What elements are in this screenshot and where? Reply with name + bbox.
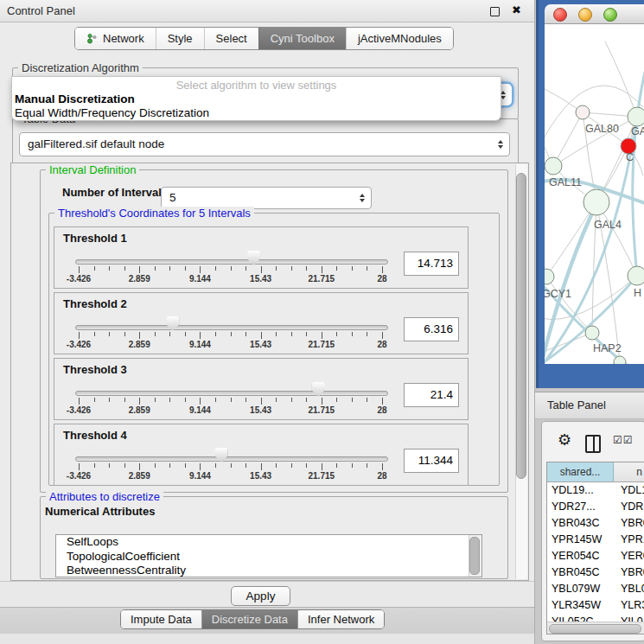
network-node-gal80[interactable] xyxy=(576,105,590,119)
threshold-value-field[interactable]: 21.4 xyxy=(404,383,459,407)
tick-mark xyxy=(215,398,216,402)
network-node-gal11[interactable] xyxy=(545,157,562,175)
combo-stepper-icon[interactable] xyxy=(360,194,365,202)
table-horizontal-scrollbar[interactable] xyxy=(547,622,644,634)
table-data-combobox[interactable]: galFiltered.sif default node xyxy=(19,132,510,156)
network-canvas[interactable]: GAL80GACGAL11GAL4GCY1HHAP2 xyxy=(545,24,644,364)
node-label: GAL80 xyxy=(585,123,619,135)
list-scrollbar[interactable] xyxy=(469,535,481,577)
network-view[interactable]: GAL80GACGAL11GAL4GCY1HHAP2 xyxy=(545,24,644,364)
dropdown-item-manual-discretization[interactable]: Manual Discretization xyxy=(12,92,501,106)
table-header-row: shared...n xyxy=(547,462,644,482)
dropdown-item-equal-width-frequency-discretization[interactable]: Equal Width/Frequency Discretization xyxy=(12,106,501,120)
attribute-item-betweennesscentrality[interactable]: BetweennessCentrality xyxy=(56,564,481,577)
threshold-value-field[interactable]: 6.316 xyxy=(404,317,459,341)
tab-label: jActiveMNodules xyxy=(358,32,442,45)
top-tab-bar: NetworkStyleSelectCyni ToolboxjActiveMNo… xyxy=(74,27,454,50)
slider-track[interactable] xyxy=(75,456,388,462)
tick-mark xyxy=(169,398,170,402)
cell-shared-name: YLR345W xyxy=(547,597,617,614)
network-node[interactable] xyxy=(614,356,626,364)
combo-stepper-icon[interactable] xyxy=(498,140,503,149)
tab-jactivemnodules[interactable]: jActiveMNodules xyxy=(346,28,453,49)
tick-mark xyxy=(169,332,170,336)
panel-title: Control Panel xyxy=(7,4,75,17)
zoom-traffic-light-icon[interactable] xyxy=(603,8,617,22)
tab-infer-network[interactable]: Infer Network xyxy=(297,610,384,628)
table-row[interactable]: YBR045CYBR0 xyxy=(547,564,644,581)
tick-mark xyxy=(382,398,383,405)
cell-name: YPR1 xyxy=(617,532,644,548)
network-node-gal4[interactable] xyxy=(583,189,609,215)
column-header-shared-[interactable]: shared... xyxy=(547,462,614,481)
tick-mark xyxy=(200,398,201,405)
tick-mark xyxy=(94,463,95,468)
attributes-listbox[interactable]: SelfLoopsTopologicalCoefficientBetweenne… xyxy=(55,534,482,577)
group-title: Threshold's Coordinates for 5 Intervals xyxy=(54,207,254,220)
table-row[interactable]: YBL079WYBL0 xyxy=(547,581,644,597)
tick-label: 21.715 xyxy=(309,471,335,481)
tick-mark xyxy=(352,463,353,468)
tick-label: 9.144 xyxy=(189,471,211,481)
attribute-item-selfloops[interactable]: SelfLoops xyxy=(56,535,481,550)
tick-mark xyxy=(79,266,80,273)
tick-mark xyxy=(124,332,125,336)
bottom-tab-bar: Impute DataDiscretize DataInfer Network xyxy=(120,609,385,629)
cell-shared-name: YBR045C xyxy=(547,564,617,581)
table-row[interactable]: YDL19...YDL1 xyxy=(547,482,644,499)
threshold-value-field[interactable]: 11.344 xyxy=(404,449,459,473)
tick-label: 2.859 xyxy=(129,274,150,284)
columns-icon[interactable] xyxy=(585,435,601,453)
slider-track[interactable] xyxy=(75,391,388,396)
tick-label: 15.43 xyxy=(250,274,271,284)
tab-discretize-data[interactable]: Discretize Data xyxy=(201,610,297,628)
tick-mark xyxy=(215,463,216,468)
threshold-value-field[interactable]: 14.713 xyxy=(404,252,459,276)
close-traffic-light-icon[interactable] xyxy=(553,8,567,22)
table-row[interactable]: YLR345WYLR3 xyxy=(547,597,644,614)
attribute-item-topologicalcoefficient[interactable]: TopologicalCoefficient xyxy=(56,550,481,564)
tab-network[interactable]: Network xyxy=(75,28,156,49)
tick-label: 28 xyxy=(377,340,386,349)
network-node-ga[interactable] xyxy=(628,107,644,126)
gear-icon[interactable]: ⚙ xyxy=(558,430,571,449)
checkboxes-icon[interactable]: ☑☑ xyxy=(613,434,634,446)
minimize-traffic-light-icon[interactable] xyxy=(578,8,592,22)
table-container: ⚙ ☑☑ shared...n YDL19...YDL1YDR27...YDR2… xyxy=(541,421,644,641)
close-icon[interactable]: ✖ xyxy=(512,3,521,16)
tab-select[interactable]: Select xyxy=(204,28,258,49)
tab-cyni-toolbox[interactable]: Cyni Toolbox xyxy=(258,28,346,49)
table-row[interactable]: YBR043CYBR0 xyxy=(547,515,644,532)
threshold-box-1: Threshold 1-3.4262.8599.14415.4321.71528… xyxy=(54,226,469,289)
slider-track[interactable] xyxy=(75,325,388,330)
tick-mark xyxy=(155,332,156,336)
network-node-gcy1[interactable] xyxy=(545,269,554,284)
tab-style[interactable]: Style xyxy=(156,28,204,49)
network-nodes: GAL80GACGAL11GAL4GCY1HHAP2 xyxy=(545,105,644,364)
tick-mark xyxy=(352,332,353,336)
number-of-intervals-value: 5 xyxy=(169,188,176,208)
slider-track[interactable] xyxy=(75,259,388,265)
network-node-hap2[interactable] xyxy=(585,326,599,340)
tick-mark xyxy=(291,398,292,402)
table-scrollbar-thumb[interactable] xyxy=(549,624,641,634)
network-node-h[interactable] xyxy=(628,266,644,285)
tab-impute-data[interactable]: Impute Data xyxy=(121,610,201,628)
apply-button[interactable]: Apply xyxy=(231,586,290,606)
number-of-intervals-label: Number of Intervals xyxy=(62,186,168,199)
float-window-icon[interactable] xyxy=(490,7,500,16)
tick-mark xyxy=(139,266,140,273)
threshold-label: Threshold 1 xyxy=(63,232,127,245)
cell-name: YBR0 xyxy=(617,564,644,581)
table-row[interactable]: YDR27...YDR2 xyxy=(547,499,644,515)
tick-mark xyxy=(367,266,367,271)
tick-mark xyxy=(261,332,262,339)
tick-mark xyxy=(336,266,337,271)
attributes-list: SelfLoopsTopologicalCoefficientBetweenne… xyxy=(56,535,481,577)
tick-mark xyxy=(352,398,353,402)
column-header-n[interactable]: n xyxy=(614,462,644,481)
list-scrollbar-thumb[interactable] xyxy=(469,537,480,575)
table-row[interactable]: YER054CYER0 xyxy=(547,548,644,564)
panel-scrollbar-thumb[interactable] xyxy=(516,173,526,479)
table-row[interactable]: YPR145WYPR1 xyxy=(547,532,644,548)
